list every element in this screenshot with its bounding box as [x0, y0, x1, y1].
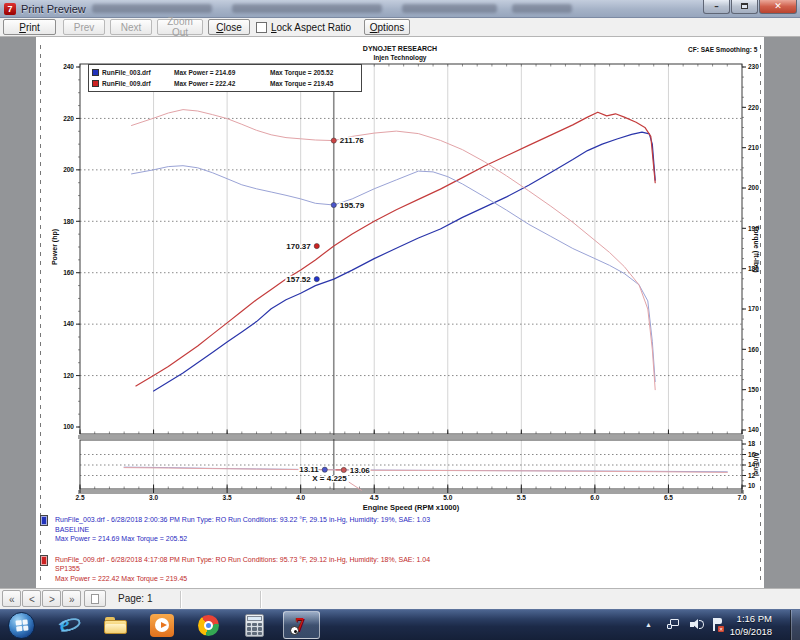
calculator-keys — [247, 623, 262, 635]
preview-area: DYNOJET RESEARCH Injen Technology CF: SA… — [0, 37, 800, 588]
next-page-button[interactable]: Next — [110, 19, 152, 35]
run1-note: BASELINE — [55, 525, 430, 535]
chart-text: 160 — [63, 269, 74, 276]
winpep-taskbar-button[interactable]: 7 — [283, 611, 320, 639]
chart-text: 4.5 — [370, 494, 379, 501]
minimize-button[interactable]: – — [703, 0, 730, 14]
run2-details: RunFile_009.drf - 6/28/2018 4:17:08 PM R… — [40, 555, 750, 584]
desktop-screen: 7 Print Preview – ✕ Print Prev Next Zoom… — [0, 0, 800, 640]
windows-taskbar: e 7 ▲ — [0, 609, 800, 640]
close-preview-button[interactable]: Close — [208, 19, 250, 35]
run1-maxima: Max Power = 214.69 Max Torque = 205.52 — [55, 534, 430, 544]
chart-shape — [154, 132, 656, 391]
run2-color-swatch — [92, 80, 99, 87]
legend-run1-file: RunFile_003.drf — [102, 69, 174, 76]
chart-text: 220 — [748, 104, 759, 111]
soccer-ball-icon — [290, 626, 299, 635]
file-explorer-icon[interactable] — [104, 614, 128, 637]
chart-text: 157.52 — [286, 275, 311, 284]
titlebar-redacted-text — [402, 4, 497, 13]
zoom-out-button[interactable]: Zoom Out — [157, 19, 203, 35]
chart-text: 170.37 — [286, 242, 311, 251]
print-button[interactable]: Print — [3, 19, 56, 35]
titlebar-redacted-text — [232, 4, 382, 13]
chart-legend: RunFile_003.drf Max Power = 214.69 Max T… — [88, 64, 362, 92]
chart-shape — [341, 467, 346, 472]
network-icon[interactable] — [667, 619, 680, 630]
close-window-button[interactable]: ✕ — [759, 0, 797, 14]
chart-text: 100 — [63, 423, 74, 430]
prev-page-button[interactable]: Prev — [63, 19, 105, 35]
statusbar-separator — [180, 591, 182, 608]
legend-row: RunFile_009.drf Max Power = 222.42 Max T… — [92, 78, 361, 89]
run1-color-swatch — [92, 69, 99, 76]
chrome-hub — [204, 621, 213, 630]
chart-text: 150 — [748, 386, 759, 393]
chart-shape — [124, 468, 727, 473]
options-button[interactable]: Options — [364, 19, 410, 35]
chart-shape — [132, 166, 656, 382]
start-button[interactable] — [8, 612, 35, 639]
media-player-icon[interactable] — [150, 614, 174, 637]
run2-file-icon — [40, 555, 48, 566]
chart-text: X = 4.225 — [312, 474, 347, 483]
chart-text: 200 — [748, 184, 759, 191]
chart-text: 7.0 — [737, 494, 746, 501]
titlebar-redacted-text — [92, 4, 212, 13]
run2-maxima: Max Power = 222.42 Max Torque = 219.45 — [55, 574, 430, 584]
calculator-icon[interactable] — [243, 614, 267, 637]
window-controls: – ✕ — [702, 0, 797, 14]
chart-shape — [331, 202, 336, 207]
status-bar: « < > » Page: 1 — [0, 588, 800, 609]
chart-text: 230 — [748, 63, 759, 70]
legend-row: RunFile_003.drf Max Power = 214.69 Max T… — [92, 67, 361, 78]
chart-text: 140 — [748, 426, 759, 433]
winpep-app-icon: 7 — [4, 3, 16, 15]
statusbar-separator — [260, 591, 262, 608]
chrome-icon[interactable] — [197, 614, 221, 637]
restore-icon — [741, 3, 748, 9]
chart-text: 13.11 — [299, 465, 319, 474]
show-desktop-button[interactable] — [790, 610, 800, 640]
internet-explorer-icon[interactable]: e — [58, 614, 82, 637]
chart-text: Torque (ft-lbs) — [752, 226, 760, 273]
chart-text: 2.5 — [75, 494, 84, 501]
clock[interactable]: 1:16 PM 10/9/2018 — [702, 612, 772, 638]
titlebar-redacted-text — [512, 4, 572, 13]
legend-run2-file: RunFile_009.drf — [102, 80, 174, 87]
chart-text: 240 — [63, 63, 74, 70]
chart-shape — [80, 64, 742, 434]
windows-logo-icon — [15, 619, 28, 631]
chart-shape — [80, 440, 742, 489]
dyno-chart: 2.53.03.54.04.55.05.56.06.57.0Engine Spe… — [0, 37, 800, 588]
title-bar[interactable]: 7 Print Preview – ✕ — [0, 0, 800, 18]
chart-text: Engine Speed (RPM x1000) — [363, 503, 460, 512]
lock-aspect-checkbox[interactable] — [256, 22, 267, 33]
run1-conditions: RunFile_003.drf - 6/28/2018 2:00:36 PM R… — [55, 515, 430, 525]
play-triangle-icon — [161, 622, 167, 628]
clock-time: 1:16 PM — [702, 612, 772, 625]
chart-text: 180 — [63, 218, 74, 225]
clock-date: 10/9/2018 — [702, 625, 772, 638]
chart-text: 6.5 — [664, 494, 673, 501]
chart-shape — [314, 276, 319, 281]
first-page-button[interactable]: « — [2, 590, 21, 607]
last-page-button[interactable]: » — [62, 590, 81, 607]
lock-aspect-label[interactable]: Lock Aspect Ratio — [271, 22, 351, 33]
previous-page-button[interactable]: < — [22, 590, 41, 607]
legend-run1-power: Max Power = 214.69 — [174, 69, 270, 76]
run2-conditions: RunFile_009.drf - 6/28/2018 4:17:08 PM R… — [55, 555, 430, 565]
next-page-nav-button[interactable]: > — [42, 590, 61, 607]
print-preview-toolbar: Print Prev Next Zoom Out Close Lock Aspe… — [0, 18, 800, 37]
chart-text: 5.0 — [443, 494, 452, 501]
chart-text: Air/Fuel — [753, 452, 760, 476]
window-title: Print Preview — [21, 3, 86, 15]
chart-text: 160 — [748, 346, 759, 353]
page-setup-button[interactable] — [84, 590, 106, 607]
run-details-footer: RunFile_003.drf - 6/28/2018 2:00:36 PM R… — [40, 515, 750, 594]
legend-run2-torque: Max Torque = 219.45 — [270, 80, 333, 87]
chart-text: 200 — [63, 166, 74, 173]
restore-button[interactable] — [731, 0, 758, 14]
run1-details: RunFile_003.drf - 6/28/2018 2:00:36 PM R… — [40, 515, 750, 544]
tray-expand-icon[interactable]: ▲ — [645, 621, 652, 628]
